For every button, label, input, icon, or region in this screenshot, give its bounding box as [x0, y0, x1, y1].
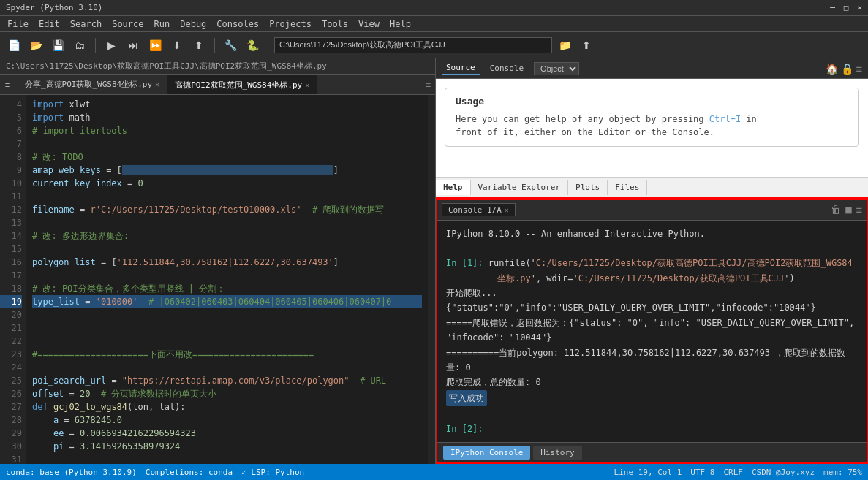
menu-search[interactable]: Search: [66, 18, 106, 31]
console-tab1-label: Console 1/A: [448, 205, 502, 215]
console-bottom-bar: IPython Console History: [437, 442, 867, 462]
console-line-11: 写入成功: [446, 390, 487, 406]
maximize-btn[interactable]: □: [844, 3, 849, 12]
current-file-path: C:\Users\11725\Desktop\获取高德POI工具CJJ\高德PO…: [6, 61, 327, 72]
minimize-btn[interactable]: ─: [830, 3, 835, 12]
console-line-6: =====爬取错误，返回数据为：{"status": "0", "info": …: [446, 316, 858, 330]
sep3: [268, 38, 268, 53]
toolbar: 📄 📂 💾 🗂 ▶ ⏭ ⏩ ⬇ ⬆ 🔧 🐍 📁 ⬆: [0, 32, 868, 58]
console-line-blank2: [446, 406, 858, 421]
tabs-overflow-btn[interactable]: ≡: [421, 75, 435, 94]
console-line-9: 量: 0: [446, 360, 858, 375]
menu-help[interactable]: Help: [385, 18, 415, 31]
object-dropdown[interactable]: Object: [534, 62, 579, 75]
help-menu-btn[interactable]: ≡: [856, 63, 862, 75]
console-top-right: 🗑 ■ ≡: [831, 204, 862, 216]
working-dir-input[interactable]: [274, 37, 552, 53]
console-line-5: {"status":"0","info":"USER_DAILY_QUERY_O…: [446, 300, 858, 315]
sep2: [214, 38, 215, 53]
step-btn[interactable]: ⬇: [167, 36, 186, 55]
sep1: [95, 38, 96, 53]
save-all-btn[interactable]: 🗂: [70, 36, 89, 55]
console-line-7: "infocode": "10044"}: [446, 330, 858, 345]
console-clear-btn[interactable]: 🗑: [831, 204, 841, 216]
menu-source[interactable]: Source: [107, 18, 148, 31]
status-right: Line 19, Col 1 UTF-8 CRLF CSDN @Joy.xyz …: [614, 468, 862, 477]
console-tab1-close[interactable]: ✕: [505, 206, 509, 214]
status-encoding: UTF-8: [690, 468, 714, 477]
status-completions: Completions: conda: [146, 468, 233, 477]
status-env: conda: base (Python 3.10.9): [6, 468, 137, 477]
tab-file1[interactable]: 分享_高德POI获取_WGS84坐标.py ✕: [18, 75, 167, 94]
close-btn[interactable]: ✕: [857, 3, 862, 12]
status-lsp: ✓ LSP: Python: [241, 468, 304, 477]
app-title: Spyder (Python 3.10): [6, 3, 102, 12]
usage-text2: in: [741, 114, 757, 124]
menu-consoles[interactable]: Consoles: [212, 18, 263, 31]
browse-btn[interactable]: 📁: [555, 36, 574, 55]
help-bottom-tab-plots[interactable]: Plots: [568, 180, 608, 195]
help-lock-btn[interactable]: 🔒: [841, 63, 853, 75]
status-line: Line 19, Col 1: [614, 468, 682, 477]
help-bottom-tab-varexplorer[interactable]: Variable Explorer: [471, 180, 569, 195]
console-menu-btn[interactable]: ≡: [856, 204, 862, 216]
usage-text: Here you can get help of any object by p…: [456, 113, 848, 139]
run-cell-btn[interactable]: ⏭: [124, 36, 143, 55]
menu-run[interactable]: Run: [150, 18, 175, 31]
line-numbers: 45678 910111213 1415161718 19 2021222324…: [0, 95, 26, 464]
help-tab-source[interactable]: Source: [442, 61, 480, 75]
run-cell-advance-btn[interactable]: ⏩: [146, 36, 165, 55]
console-line-blank1: [446, 241, 858, 256]
code-editor[interactable]: 45678 910111213 1415161718 19 2021222324…: [0, 95, 435, 464]
menu-tools[interactable]: Tools: [317, 18, 352, 31]
help-top-bar: Source Console Object 🏠 🔒 ≡: [436, 58, 868, 79]
tab-file2[interactable]: 高德POI2获取范围_WGS84坐标.py ✕: [167, 75, 317, 94]
help-panel: Source Console Object 🏠 🔒 ≡ Usage Here y…: [436, 58, 868, 199]
editor-scrollbar[interactable]: [428, 95, 435, 464]
file-path-bar: C:\Users\11725\Desktop\获取高德POI工具CJJ\高德PO…: [0, 58, 435, 75]
editor-panel: C:\Users\11725\Desktop\获取高德POI工具CJJ\高德PO…: [0, 58, 436, 464]
console-content[interactable]: IPython 8.10.0 -- An enhanced Interactiv…: [437, 221, 867, 442]
console-line-10: 爬取完成，总的数量: 0: [446, 375, 858, 389]
run-btn[interactable]: ▶: [102, 36, 121, 55]
console-bottom-tab-history[interactable]: History: [533, 446, 581, 460]
help-home-btn[interactable]: 🏠: [826, 63, 838, 75]
python-btn[interactable]: 🐍: [243, 36, 262, 55]
console-interrupt-btn[interactable]: ■: [845, 204, 851, 216]
menu-debug[interactable]: Debug: [176, 18, 211, 31]
new-file-btn[interactable]: 📄: [4, 36, 23, 55]
menu-projects[interactable]: Projects: [265, 18, 316, 31]
tab-file1-close[interactable]: ✕: [155, 80, 159, 88]
status-brand: CSDN @Joy.xyz: [752, 468, 815, 477]
tab-file2-label: 高德POI2获取范围_WGS84坐标.py: [175, 80, 302, 91]
tab-file1-label: 分享_高德POI获取_WGS84坐标.py: [25, 79, 152, 90]
console-tab1[interactable]: Console 1/A ✕: [442, 203, 516, 216]
status-line-ending: CRLF: [723, 468, 743, 477]
open-file-btn[interactable]: 📂: [26, 36, 45, 55]
console-line-8: ==========当前polygon: 112.511844,30.75816…: [446, 346, 858, 360]
status-bar: conda: base (Python 3.10.9) Completions:…: [0, 464, 868, 480]
menu-edit[interactable]: Edit: [34, 18, 64, 31]
code-text[interactable]: import xlwt import math # import itertoo…: [26, 95, 428, 464]
usage-text3: front of it, either on the Editor or the…: [456, 127, 714, 137]
up-btn[interactable]: ⬆: [577, 36, 596, 55]
status-mem: mem: 75%: [823, 468, 862, 477]
save-file-btn[interactable]: 💾: [48, 36, 67, 55]
menu-bar: File Edit Search Source Run Debug Consol…: [0, 16, 868, 32]
title-bar: Spyder (Python 3.10) ─ □ ✕: [0, 0, 868, 16]
step-into-btn[interactable]: ⬆: [189, 36, 208, 55]
tab-file2-close[interactable]: ✕: [305, 81, 309, 89]
help-bottom-tab-help[interactable]: Help: [436, 180, 471, 195]
menu-view[interactable]: View: [354, 18, 384, 31]
editor-menu-btn[interactable]: ≡: [0, 77, 15, 92]
console-top-bar: Console 1/A ✕ 🗑 ■ ≡: [437, 200, 867, 221]
console-bottom-tab-ipython[interactable]: IPython Console: [443, 446, 530, 460]
usage-text1: Here you can get help of any object by p…: [456, 114, 709, 124]
debug-btn[interactable]: 🔧: [221, 36, 240, 55]
editor-tabs: ≡ 分享_高德POI获取_WGS84坐标.py ✕ 高德POI2获取范围_WGS…: [0, 75, 435, 95]
help-bottom-tab-files[interactable]: Files: [608, 180, 647, 195]
help-tab-console[interactable]: Console: [486, 62, 528, 75]
console-line-4: 开始爬取...: [446, 286, 858, 300]
menu-file[interactable]: File: [3, 18, 33, 31]
console-line-2: In [1]: runfile('C:/Users/11725/Desktop/…: [446, 256, 858, 270]
